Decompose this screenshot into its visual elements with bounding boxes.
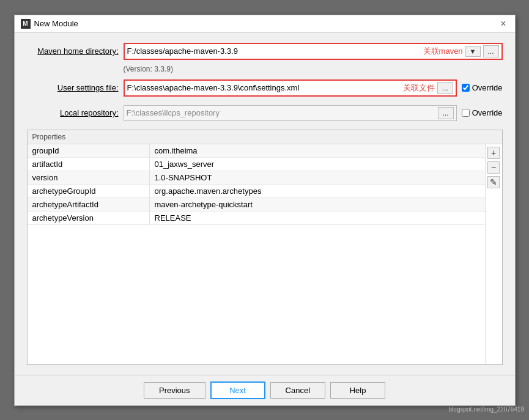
prop-value: 1.0-SNAPSHOT bbox=[150, 171, 485, 184]
table-row[interactable]: groupId com.itheima bbox=[28, 144, 485, 158]
title-bar: M New Module × bbox=[15, 15, 515, 33]
remove-property-button[interactable]: − bbox=[487, 161, 500, 174]
prop-key: groupId bbox=[28, 144, 150, 157]
local-repo-input-wrapper: F:\classes\ilcps_repository ... bbox=[124, 105, 457, 121]
maven-home-label: Maven home directory: bbox=[27, 46, 119, 56]
dialog-content: Maven home directory: F:/classes/apache-… bbox=[15, 33, 515, 375]
user-settings-browse[interactable]: ... bbox=[437, 82, 453, 94]
maven-home-value: F:/classes/apache-maven-3.3.9 bbox=[127, 46, 418, 56]
local-repo-override-section: Override bbox=[462, 108, 503, 117]
local-repo-row: Local repository: F:\classes\ilcps_repos… bbox=[27, 105, 503, 121]
maven-home-dropdown[interactable]: ▼ bbox=[465, 46, 481, 57]
local-repo-override-checkbox[interactable] bbox=[462, 109, 470, 117]
local-repo-label: Local repository: bbox=[27, 108, 119, 117]
watermark: blogspot.net/img_22076419 bbox=[449, 406, 524, 413]
next-button[interactable]: Next bbox=[210, 381, 265, 399]
maven-home-browse[interactable]: ... bbox=[483, 45, 499, 57]
user-settings-input-wrapper: F:\classes\apache-maven-3.3.9\conf\setti… bbox=[124, 79, 457, 97]
cancel-button[interactable]: Cancel bbox=[270, 382, 325, 399]
maven-version: (Version: 3.3.9) bbox=[124, 65, 503, 73]
prop-value: org.apache.maven.archetypes bbox=[150, 185, 485, 197]
user-settings-override-checkbox[interactable] bbox=[462, 84, 470, 92]
prop-value: 01_jaxws_server bbox=[150, 158, 485, 171]
previous-button[interactable]: Previous bbox=[144, 382, 205, 399]
table-row[interactable]: artifactId 01_jaxws_server bbox=[28, 158, 485, 171]
prop-key: archetypeArtifactId bbox=[28, 198, 150, 211]
prop-value: RELEASE bbox=[150, 212, 485, 224]
dialog-icon: M bbox=[21, 19, 31, 29]
prop-key: artifactId bbox=[28, 158, 150, 171]
user-settings-override-label: Override bbox=[472, 83, 503, 92]
user-settings-value: F:\classes\apache-maven-3.3.9\conf\setti… bbox=[127, 83, 398, 92]
table-row[interactable]: version 1.0-SNAPSHOT bbox=[28, 171, 485, 185]
add-property-button[interactable]: + bbox=[487, 147, 500, 159]
user-settings-row: User settings file: F:\classes\apache-ma… bbox=[27, 79, 503, 97]
new-module-dialog: M New Module × Maven home directory: F:/… bbox=[14, 15, 516, 406]
prop-key: version bbox=[28, 171, 150, 184]
properties-content: groupId com.itheima artifactId 01_jaxws_… bbox=[28, 144, 502, 364]
dialog-title: New Module bbox=[34, 19, 78, 28]
local-repo-value: F:\classes\ilcps_repository bbox=[127, 108, 435, 117]
help-button[interactable]: Help bbox=[330, 382, 385, 399]
properties-table: groupId com.itheima artifactId 01_jaxws_… bbox=[28, 144, 485, 364]
title-bar-left: M New Module bbox=[21, 19, 78, 29]
edit-property-button[interactable]: ✎ bbox=[487, 176, 500, 188]
maven-home-row: Maven home directory: F:/classes/apache-… bbox=[27, 43, 503, 60]
local-repo-override-label: Override bbox=[472, 108, 503, 117]
properties-actions: + − ✎ bbox=[485, 144, 502, 364]
prop-value: maven-archetype-quickstart bbox=[150, 198, 485, 211]
properties-section: Properties groupId com.itheima artifactI… bbox=[27, 130, 503, 365]
user-settings-label: User settings file: bbox=[27, 83, 119, 92]
prop-value: com.itheima bbox=[150, 144, 485, 157]
table-row[interactable]: archetypeGroupId org.apache.maven.archet… bbox=[28, 185, 485, 198]
local-repo-override-checkbox-wrapper: Override bbox=[462, 108, 503, 117]
prop-key: archetypeGroupId bbox=[28, 185, 150, 197]
dialog-footer: Previous Next Cancel Help bbox=[15, 375, 515, 405]
local-repo-browse[interactable]: ... bbox=[438, 107, 454, 119]
maven-home-annotation: 关联maven bbox=[423, 46, 463, 57]
properties-title: Properties bbox=[28, 130, 502, 144]
close-button[interactable]: × bbox=[498, 19, 508, 29]
user-settings-override-checkbox-wrapper: Override bbox=[462, 83, 503, 92]
maven-home-input-wrapper: F:/classes/apache-maven-3.3.9 关联maven ▼ … bbox=[124, 43, 503, 60]
prop-key: archetypeVersion bbox=[28, 212, 150, 224]
user-settings-annotation: 关联文件 bbox=[403, 83, 435, 94]
table-row[interactable]: archetypeArtifactId maven-archetype-quic… bbox=[28, 198, 485, 212]
table-row[interactable]: archetypeVersion RELEASE bbox=[28, 212, 485, 225]
user-settings-override-section: Override bbox=[462, 83, 503, 92]
